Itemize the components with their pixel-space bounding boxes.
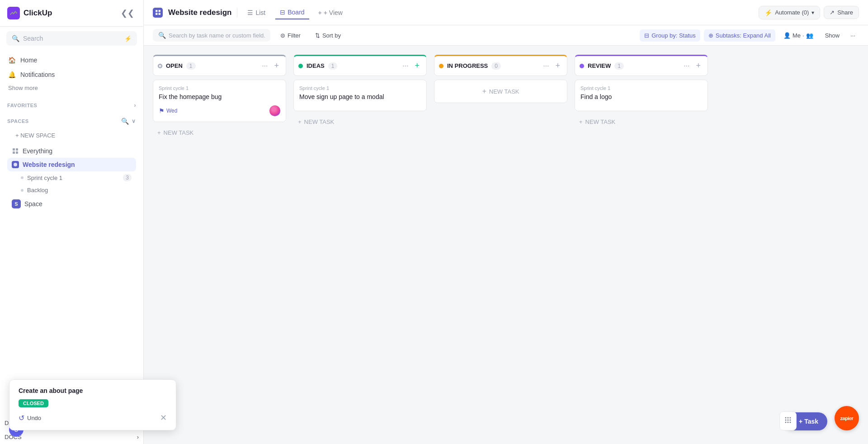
open-new-task-button[interactable]: + NEW TASK (153, 126, 286, 140)
sidebar-search-area: 🔍 Search ⚡ (0, 27, 143, 50)
grid-dots-icon (784, 416, 792, 424)
tab-board[interactable]: ⊟ Board (275, 6, 309, 19)
svg-point-10 (788, 417, 789, 419)
search-box[interactable]: 🔍 Search ⚡ (6, 31, 137, 46)
inprogress-column-more-button[interactable]: ··· (541, 61, 551, 71)
review-new-task-button[interactable]: + NEW TASK (575, 115, 708, 129)
website-redesign-icon (12, 161, 19, 168)
card-find-logo[interactable]: Sprint cycle 1 Find a logo (575, 80, 708, 111)
plus-icon: + (157, 129, 161, 136)
column-ideas: IDEAS 1 ··· + Sprint cycle 1 Move sign u… (293, 55, 427, 435)
automate-label: Automate (0) (775, 9, 809, 16)
me-button[interactable]: 👤 Me · 👥 (779, 29, 818, 42)
list-label: List (255, 9, 265, 16)
card-title-review: Find a logo (580, 93, 702, 102)
undo-button[interactable]: ↺ Undo (19, 414, 41, 422)
favorites-section: FAVORITES › (0, 97, 143, 112)
card-title-ideas: Move sign up page to a modal (299, 93, 421, 102)
subtasks-button[interactable]: ⊕ Subtasks: Expand All (704, 29, 775, 42)
spaces-search-icon[interactable]: 🔍 (121, 118, 129, 125)
column-ideas-header-left: IDEAS 1 (298, 62, 337, 70)
share-icon: ↗ (830, 9, 835, 16)
plus-view-icon: + (318, 9, 322, 16)
me-users-icon: 👥 (806, 32, 813, 39)
favorites-header[interactable]: FAVORITES › (7, 100, 136, 110)
sidebar: ClickUp ❮❮ 🔍 Search ⚡ 🏠 Home 🔔 Notificat… (0, 0, 144, 444)
review-column-add-button[interactable]: + (693, 60, 703, 72)
svg-point-15 (785, 422, 787, 423)
column-header-in-progress: IN PROGRESS 0 ··· + (434, 55, 567, 76)
card-footer: ⚑ Wed (159, 105, 280, 116)
board: OPEN 1 ··· + Sprint cycle 1 Fix the home… (144, 46, 868, 444)
show-more-text: Show more (8, 85, 38, 91)
sidebar-item-notifications[interactable]: 🔔 Notifications (4, 67, 140, 82)
column-in-progress: IN PROGRESS 0 ··· + + NEW TASK (434, 55, 567, 435)
automate-chevron-icon: ▾ (811, 9, 814, 16)
topbar-left: Website redesign ☰ List ⊟ Board + + View (153, 6, 753, 19)
open-column-add-button[interactable]: + (272, 60, 281, 72)
ideas-new-task-button[interactable]: + NEW TASK (293, 115, 427, 129)
toast-close-button[interactable]: ✕ (160, 413, 167, 423)
sort-by-button[interactable]: ⇅ Sort by (311, 29, 345, 42)
sprint-cycle-dot (21, 176, 24, 179)
backlog-dot (21, 189, 24, 192)
toolbar-search-input[interactable] (169, 32, 265, 39)
tab-list[interactable]: ☰ List (243, 6, 270, 19)
filter-button[interactable]: ⊜ Filter (276, 29, 305, 42)
sidebar-item-everything[interactable]: Everything (7, 144, 136, 158)
home-label: Home (20, 57, 37, 64)
column-header-open: OPEN 1 ··· + (153, 55, 286, 76)
sidebar-item-backlog[interactable]: Backlog (7, 184, 136, 196)
project-title: Website redesign (168, 8, 231, 17)
flag-icon: ⚑ (159, 107, 165, 114)
grid-dots-button[interactable] (779, 411, 797, 430)
toolbar-search-area[interactable]: 🔍 (153, 29, 270, 42)
svg-point-11 (790, 417, 791, 419)
new-task-label: NEW TASK (164, 129, 194, 136)
sprint-cycle-count: 3 (123, 174, 132, 181)
new-task-label-inprogress: NEW TASK (489, 88, 519, 95)
add-task-fab-label: + Task (799, 418, 818, 425)
ideas-column-more-button[interactable]: ··· (400, 61, 410, 71)
ideas-column-add-button[interactable]: + (412, 60, 422, 72)
user-icon: 👤 (783, 32, 791, 39)
inprogress-new-task-button[interactable]: + NEW TASK (434, 80, 567, 103)
add-view-button[interactable]: + + View (315, 6, 346, 19)
sidebar-item-website-redesign[interactable]: Website redesign (7, 158, 136, 171)
ideas-column-count: 1 (328, 62, 338, 70)
sprint-cycle-label: Sprint cycle 1 (27, 175, 62, 181)
sidebar-item-sprint-cycle[interactable]: Sprint cycle 1 3 (7, 171, 136, 184)
inprogress-status-dot (439, 64, 443, 68)
automate-button[interactable]: ⚡ Automate (0) ▾ (759, 6, 820, 19)
new-space-button[interactable]: + NEW SPACE (11, 128, 132, 142)
card-sprint-label-review: Sprint cycle 1 (580, 85, 702, 91)
card-move-signup[interactable]: Sprint cycle 1 Move sign up page to a mo… (293, 80, 427, 111)
group-icon: ⊟ (644, 32, 649, 39)
collapse-sidebar-button[interactable]: ❮❮ (119, 6, 136, 20)
filter-label: Filter (288, 32, 301, 39)
share-button[interactable]: ↗ Share (824, 6, 859, 19)
toast-title: Create an about page (19, 387, 167, 394)
card-fix-homepage-bug[interactable]: Sprint cycle 1 Fix the homepage bug ⚑ We… (153, 80, 286, 122)
show-more-link[interactable]: Show more (4, 82, 140, 94)
toolbar-right: ⊟ Group by: Status ⊕ Subtasks: Expand Al… (640, 29, 859, 42)
toast-bottom: ↺ Undo ✕ (19, 413, 167, 423)
svg-point-9 (785, 417, 787, 419)
sidebar-item-home[interactable]: 🏠 Home (4, 53, 140, 67)
zapier-badge[interactable]: zapier (835, 406, 859, 430)
new-task-label-review: NEW TASK (585, 118, 616, 125)
plus-icon-inprogress: + (482, 87, 486, 95)
more-options-button[interactable]: ··· (847, 29, 859, 42)
inprogress-column-add-button[interactable]: + (553, 60, 562, 72)
spaces-section: SPACES 🔍 ∨ + NEW SPACE Everything (0, 112, 143, 213)
review-column-more-button[interactable]: ··· (681, 61, 692, 71)
column-ideas-header-right: ··· + (400, 60, 422, 72)
ideas-column-title: IDEAS (307, 62, 325, 69)
open-column-more-button[interactable]: ··· (259, 61, 270, 71)
add-view-label: + View (324, 9, 343, 16)
sidebar-item-space[interactable]: S Space (7, 196, 136, 212)
spaces-header[interactable]: SPACES 🔍 ∨ (7, 116, 136, 127)
show-button[interactable]: Show (821, 29, 844, 42)
group-by-button[interactable]: ⊟ Group by: Status (640, 29, 700, 42)
open-column-count: 1 (186, 62, 196, 70)
